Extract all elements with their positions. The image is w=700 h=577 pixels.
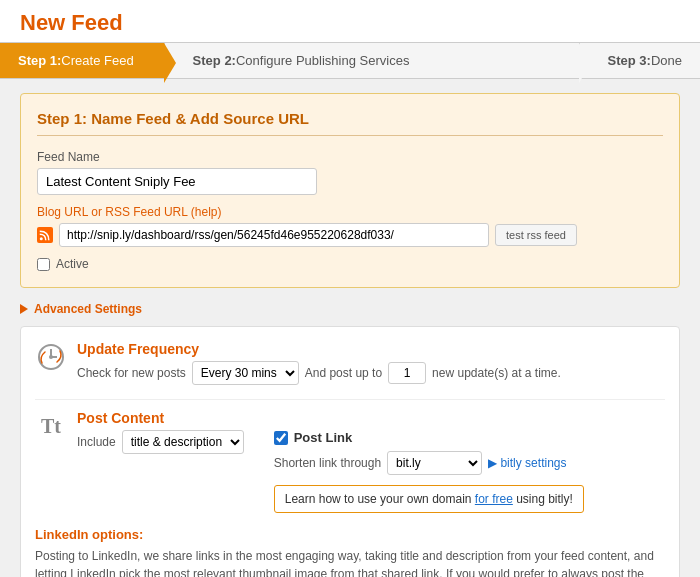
advanced-settings-section: Advanced Settings Update [20,302,680,577]
learn-text-free: for free [475,492,513,506]
step1-tab[interactable]: Step 1: Create Feed [0,43,164,78]
feed-name-group: Feed Name [37,150,663,195]
active-row: Active [37,257,663,271]
update-frequency-desc: Check for new posts Every 30 mins Every … [77,361,665,385]
advanced-label: Advanced Settings [34,302,142,316]
linkedin-description: Posting to LinkedIn, we share links in t… [35,547,665,577]
divider [35,399,665,400]
post-content-content: Post Content Include title & description… [77,410,665,513]
step1-label: Create Feed [61,53,133,68]
linkedin-section: LinkedIn options: Posting to LinkedIn, w… [35,527,665,577]
section-title: Step 1: Name Feed & Add Source URL [37,110,663,136]
feed-name-input[interactable] [37,168,317,195]
step2-bold: Step 2: [193,53,236,68]
url-label[interactable]: Blog URL or RSS Feed URL (help) [37,205,663,219]
step2-label: Configure Publishing Services [236,53,409,68]
shorten-row: Shorten link through bit.ly own domain ▶… [274,451,584,475]
bitly-settings-link[interactable]: ▶ bitly settings [488,456,566,470]
step3-tab[interactable]: Step 3: Done [579,43,700,78]
update-frequency-title: Update Frequency [77,341,665,357]
url-group: Blog URL or RSS Feed URL (help) test rss… [37,205,663,247]
frequency-select[interactable]: Every 30 mins Every 15 mins Every 60 min… [192,361,299,385]
advanced-toggle[interactable]: Advanced Settings [20,302,680,316]
step2-tab[interactable]: Step 2: Configure Publishing Services [164,43,579,78]
post-link-checkbox[interactable] [274,431,288,445]
linkedin-title: LinkedIn options: [35,527,665,542]
update-frequency-content: Update Frequency Check for new posts Eve… [77,341,665,385]
page-header: New Feed [0,0,700,42]
active-checkbox[interactable] [37,258,50,271]
shorten-select[interactable]: bit.ly own domain [387,451,482,475]
shorten-label: Shorten link through [274,456,381,470]
post-content-title: Post Content [77,410,665,426]
step1-bold: Step 1: [18,53,61,68]
post-count-input[interactable] [388,362,426,384]
test-rss-button[interactable]: test rss feed [495,224,577,246]
learn-button[interactable]: Learn how to use your own domain for fre… [274,485,584,513]
update-frequency-row: Update Frequency Check for new posts Eve… [35,341,665,385]
include-select[interactable]: title & description title only descripti… [122,430,244,454]
step2-arrow [579,43,591,83]
active-label: Active [56,257,89,271]
svg-point-0 [40,237,43,240]
page-title: New Feed [20,10,680,36]
feed-name-label: Feed Name [37,150,663,164]
tt-icon: Tt [35,410,67,442]
clock-icon [35,341,67,373]
step3-bold: Step 3: [608,53,651,68]
steps-bar: Step 1: Create Feed Step 2: Configure Pu… [0,42,700,79]
learn-text-after: using bitly! [513,492,573,506]
learn-btn-container: Learn how to use your own domain for fre… [274,481,584,513]
learn-text-before: Learn how to use your own domain [285,492,475,506]
step3-label: Done [651,53,682,68]
and-post-label: And post up to [305,366,382,380]
post-link-label: Post Link [294,430,353,445]
advanced-box: Update Frequency Check for new posts Eve… [20,326,680,577]
svg-point-4 [49,355,53,359]
rss-url-input[interactable] [59,223,489,247]
url-row: test rss feed [37,223,663,247]
post-content-row: Tt Post Content Include title & descript… [35,410,665,513]
post-link-row: Post Link [274,430,584,445]
include-desc: Include title & description title only d… [77,430,244,454]
section-title-prefix: Step 1: [37,110,87,127]
post-left: Include title & description title only d… [77,430,244,454]
include-label: Include [77,435,116,449]
new-updates-label: new update(s) at a time. [432,366,561,380]
step1-arrow [164,43,176,83]
post-content-inner: Include title & description title only d… [77,430,665,513]
post-right: Post Link Shorten link through bit.ly ow… [274,430,584,513]
step1-section: Step 1: Name Feed & Add Source URL Feed … [20,93,680,288]
section-title-text: Name Feed & Add Source URL [91,110,309,127]
rss-icon [37,227,53,243]
check-label: Check for new posts [77,366,186,380]
advanced-triangle-icon [20,304,28,314]
